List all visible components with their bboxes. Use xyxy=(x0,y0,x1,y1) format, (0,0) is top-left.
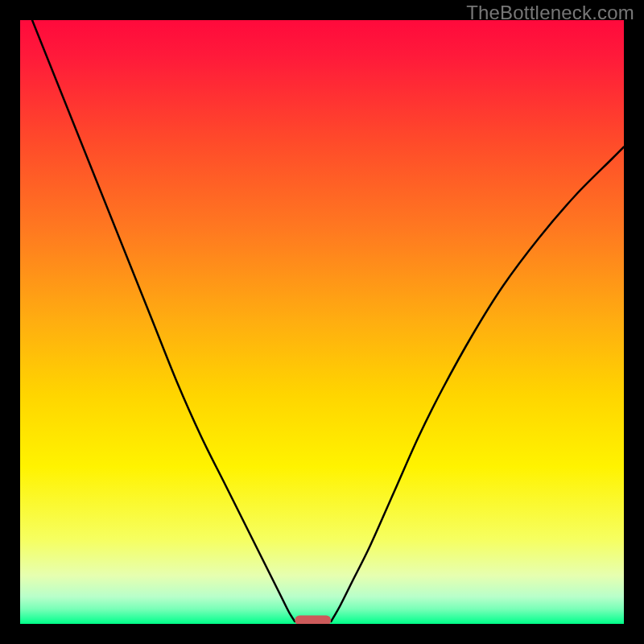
outer-frame: TheBottleneck.com xyxy=(0,0,644,644)
gradient-background xyxy=(20,20,624,624)
chart-svg xyxy=(20,20,624,624)
bottleneck-marker xyxy=(295,616,331,625)
chart-area xyxy=(20,20,624,624)
